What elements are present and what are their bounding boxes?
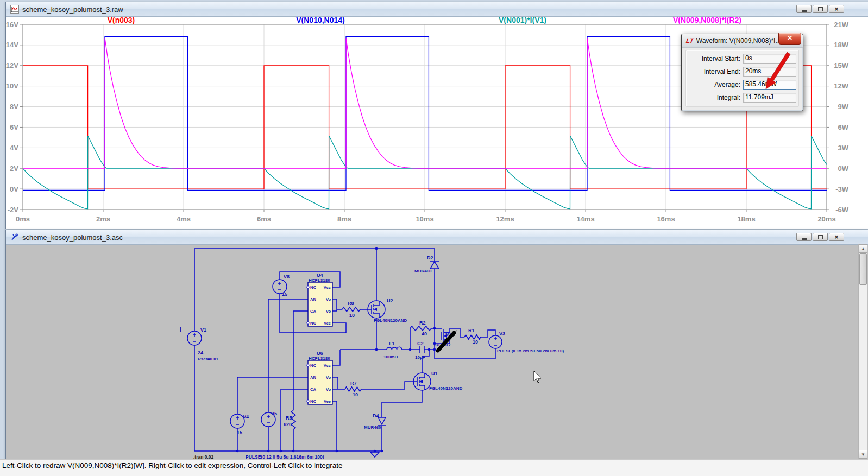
schematic-label: 100mH	[383, 354, 398, 359]
schematic-label: Vo	[326, 309, 331, 314]
junction-dot	[375, 247, 378, 250]
field-label: Interval Start:	[686, 55, 743, 62]
scroll-thumb[interactable]	[859, 253, 867, 285]
schematic-maximize-button[interactable]	[813, 233, 828, 241]
schematic-label: Vo	[326, 387, 331, 392]
source-v1-polarity	[193, 333, 196, 341]
schematic-label: 40	[422, 331, 427, 337]
schematic-window-title: scheme_kosoy_polumost_3.asc	[22, 233, 123, 242]
schematic-drawing: IV124Rser=0.01V815U4HCPL3180NCVccANVoCAV…	[6, 245, 858, 459]
schematic-label: AN	[310, 297, 316, 302]
schematic-label: V3	[499, 331, 505, 337]
y-right-tick-label: 15W	[834, 61, 848, 69]
schematic-label: MUR460	[364, 425, 381, 430]
schematic-label: U1	[431, 371, 438, 376]
schematic-label: 10	[473, 339, 478, 345]
x-tick-label: 18ms	[737, 215, 755, 223]
x-tick-label: 6ms	[257, 215, 271, 223]
x-tick-label: 2ms	[96, 215, 110, 223]
schematic-label: PULSE(0 12 0 5u 5u 1.616m 6m 100)	[246, 454, 324, 459]
trace-label-v-n003-[interactable]: V(n003)	[108, 17, 135, 24]
schematic-canvas[interactable]: IV124Rser=0.01V815U4HCPL3180NCVccANVoCAV…	[6, 245, 868, 460]
schematic-label: Vee	[324, 399, 331, 404]
dialog-row-interval-end-: Interval End:20ms	[686, 67, 796, 76]
field-value-box[interactable]: 585.46mW	[743, 80, 796, 90]
schematic-label: 24	[198, 350, 203, 356]
junction-dot	[292, 450, 295, 453]
scroll-down-button[interactable]: ▼	[859, 450, 867, 459]
schematic-minimize-button[interactable]	[796, 233, 812, 241]
mosfet-u2-arrow	[374, 308, 377, 311]
schematic-label: 10	[349, 313, 355, 318]
source-v8-polarity	[278, 282, 281, 290]
schematic-label: I	[180, 327, 181, 333]
y-right-tick-label: 9W	[838, 103, 849, 111]
schematic-label: 15	[282, 291, 287, 297]
schematic-label: L1	[389, 341, 395, 346]
trace-label-v-n010-n014-[interactable]: V(N010,N014)	[296, 17, 345, 24]
schematic-file-icon	[10, 233, 19, 242]
wire	[332, 350, 340, 365]
diode-d2	[430, 262, 439, 269]
schematic-label: 10	[353, 392, 358, 397]
field-label: Integral:	[686, 94, 743, 101]
waveform-minimize-button[interactable]	[796, 5, 812, 13]
schematic-vertical-scrollbar[interactable]: ▲ ▼	[858, 244, 867, 459]
dialog-titlebar[interactable]: LT Waveform: V(N009,N008)*I... ✕	[682, 34, 803, 48]
source-v1	[187, 331, 202, 345]
x-tick-label: 12ms	[496, 215, 514, 223]
schematic-label: NC	[310, 363, 316, 368]
y-right-tick-label: 3W	[838, 144, 849, 152]
y-right-tick-label: 18W	[834, 41, 848, 49]
waveform-titlebar[interactable]: scheme_kosoy_polumost_3.raw ×	[6, 2, 868, 17]
junction-dot	[280, 450, 282, 453]
y-left-tick-label: 2V	[10, 164, 18, 173]
trace-label-v-n001-i-v1-[interactable]: V(N001)*I(V1)	[499, 17, 546, 24]
schematic-label: V5	[271, 411, 277, 416]
schematic-label: PULSE(0 15 2m 5u 5u 2m 6m 10)	[497, 348, 564, 353]
y-right-tick-label: 6W	[838, 123, 849, 131]
wire	[237, 377, 308, 414]
schematic-label: Vcc	[324, 285, 331, 290]
resistor	[342, 307, 360, 312]
waveform-close-button[interactable]: ×	[829, 5, 844, 13]
schematic-label: R2	[419, 320, 426, 326]
field-value-box[interactable]: 20ms	[743, 67, 796, 77]
schematic-label: NC	[310, 321, 316, 326]
mosfet-u2-body	[368, 301, 379, 318]
field-value-box[interactable]: 0s	[743, 54, 796, 64]
schematic-label: Vo	[326, 375, 331, 380]
y-right-tick-label: 21W	[834, 21, 848, 29]
schematic-label: U4	[317, 272, 323, 278]
status-bar: Left-Click to redraw V(N009,N008)*I(R2)[…	[0, 459, 868, 476]
nc-pin	[307, 364, 309, 366]
x-tick-label: 0ms	[16, 215, 30, 223]
maximize-icon	[818, 7, 823, 11]
schematic-label: C2	[417, 341, 424, 346]
wire	[293, 311, 308, 410]
schematic-label: Vee	[324, 321, 331, 326]
wire	[361, 382, 413, 389]
lt-logo-icon: LT	[685, 37, 694, 45]
source-v5-polarity	[267, 415, 270, 423]
trace-label-v-n009-n008-i-r2-[interactable]: V(N009,N008)*I(R2)	[673, 17, 741, 24]
schematic-label: NC	[310, 399, 316, 404]
schematic-label: R5	[286, 415, 292, 421]
scroll-up-button[interactable]: ▲	[859, 244, 867, 253]
field-label: Average:	[686, 81, 743, 88]
field-value-box[interactable]: 11.709mJ	[743, 93, 796, 103]
y-left-tick-label: 0V	[10, 185, 18, 193]
wire	[382, 390, 422, 417]
schematic-label: D2	[427, 255, 433, 261]
waveform-maximize-button[interactable]	[813, 5, 828, 13]
close-icon: ×	[834, 6, 838, 12]
dialog-close-button[interactable]: ✕	[778, 33, 801, 45]
schematic-label: U6	[317, 351, 323, 356]
junction-dot	[336, 450, 338, 453]
nc-pin	[307, 400, 309, 402]
junction-dot	[409, 348, 412, 351]
schematic-titlebar[interactable]: scheme_kosoy_polumost_3.asc ×	[6, 230, 868, 245]
y-right-tick-label: -6W	[835, 206, 849, 214]
junction-dot	[433, 327, 436, 330]
schematic-close-button[interactable]: ×	[829, 233, 844, 241]
